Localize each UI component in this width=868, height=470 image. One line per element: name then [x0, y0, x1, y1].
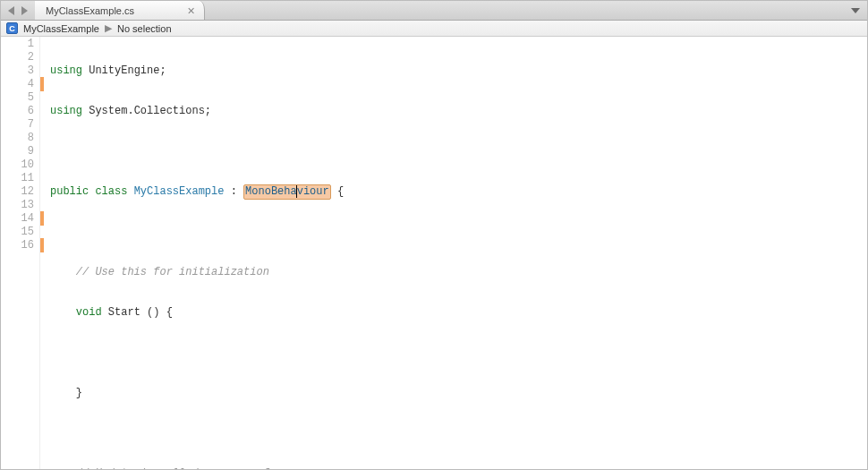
nav-back-icon[interactable] — [8, 6, 14, 15]
line-number: 8 — [1, 132, 34, 145]
code-line: using UnityEngine; — [50, 64, 867, 78]
line-number: 12 — [1, 185, 34, 199]
close-icon[interactable]: ✕ — [187, 4, 195, 16]
class-badge-icon: C — [6, 22, 18, 34]
code-line: using System.Collections; — [50, 105, 867, 118]
line-number: 6 — [1, 105, 34, 118]
nav-arrows — [1, 1, 35, 20]
code-line — [50, 145, 867, 158]
line-number: 2 — [1, 51, 34, 64]
line-number: 14 — [1, 212, 34, 226]
change-mark-icon — [40, 238, 44, 252]
line-number: 3 — [1, 64, 34, 78]
breadcrumb: C MyClassExample ▶ No selection — [1, 21, 867, 37]
code-editor[interactable]: 1 2 3 4 5 6 7 8 9 10 11 12 13 14 15 16 u… — [1, 37, 867, 469]
line-number: 11 — [1, 172, 34, 185]
line-number: 4 — [1, 78, 34, 91]
code-area[interactable]: using UnityEngine; using System.Collecti… — [45, 37, 867, 469]
breadcrumb-selection[interactable]: No selection — [117, 23, 172, 34]
code-line — [50, 346, 867, 360]
line-number: 15 — [1, 226, 34, 239]
tab-menu-icon[interactable] — [851, 8, 860, 13]
line-number: 5 — [1, 91, 34, 105]
text-caret-icon — [296, 185, 297, 198]
change-mark-icon — [40, 77, 44, 91]
line-number: 16 — [1, 239, 34, 252]
line-number-gutter: 1 2 3 4 5 6 7 8 9 10 11 12 13 14 15 16 — [1, 37, 40, 469]
selected-symbol: MonoBehaviour — [243, 184, 331, 200]
line-number: 9 — [1, 145, 34, 158]
code-line: // Use this for initialization — [50, 266, 867, 279]
code-line: } — [50, 387, 867, 400]
line-number: 1 — [1, 38, 34, 51]
file-tab-label: MyClassExample.cs — [46, 5, 134, 16]
breadcrumb-separator-icon: ▶ — [105, 22, 112, 34]
code-line — [50, 427, 867, 440]
breadcrumb-class[interactable]: MyClassExample — [23, 23, 99, 34]
tab-bar: MyClassExample.cs ✕ — [1, 1, 867, 21]
code-line — [50, 226, 867, 239]
file-tab[interactable]: MyClassExample.cs ✕ — [35, 1, 205, 20]
code-line: public class MyClassExample : MonoBehavi… — [50, 185, 867, 199]
class-badge-letter: C — [9, 24, 15, 33]
line-number: 10 — [1, 158, 34, 172]
code-line: void Start () { — [50, 306, 867, 320]
line-number: 13 — [1, 199, 34, 212]
nav-forward-icon[interactable] — [21, 6, 28, 15]
change-mark-icon — [40, 211, 44, 226]
line-number: 7 — [1, 118, 34, 132]
